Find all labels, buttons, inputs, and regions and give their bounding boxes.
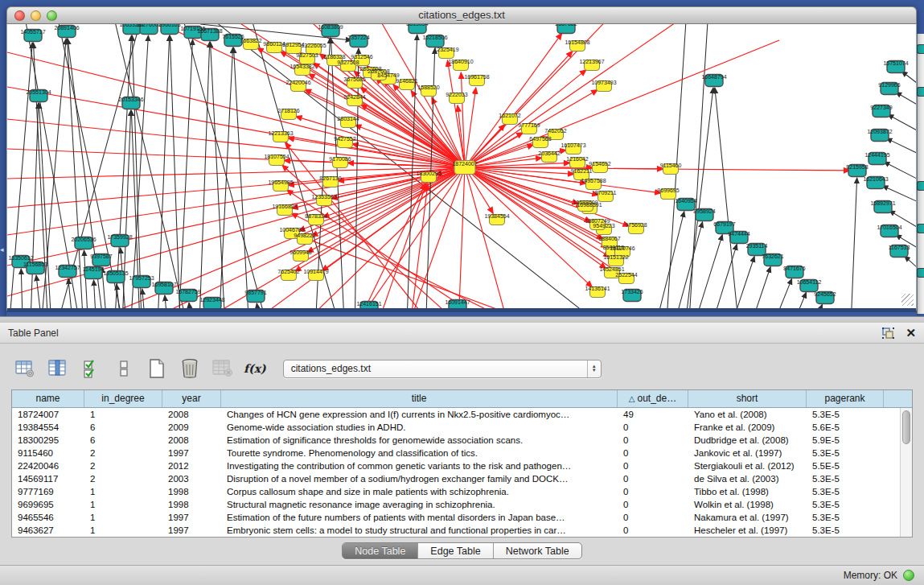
table-cell[interactable]: 6	[84, 434, 162, 447]
table-cell[interactable]: 2	[84, 447, 162, 459]
close-window-button[interactable]	[14, 10, 25, 21]
graph-edge[interactable]	[129, 35, 148, 308]
column-header-short[interactable]: short	[688, 390, 807, 407]
table-cell[interactable]: 5.3E-5	[807, 408, 884, 421]
graph-edge[interactable]	[7, 87, 465, 167]
table-cell[interactable]: 2008	[162, 408, 221, 421]
table-cell[interactable]: 6	[84, 421, 162, 434]
table-row[interactable]: 1456911722003Disruption of a novel membe…	[12, 472, 912, 485]
graph-edge[interactable]	[805, 304, 823, 308]
table-cell[interactable]: Estimation of significance thresholds fo…	[221, 434, 618, 447]
table-cell[interactable]: de Silva et al. (2003)	[688, 472, 807, 485]
table-cell[interactable]: 0	[618, 511, 688, 524]
table-cell[interactable]: 5.3E-5	[807, 447, 884, 459]
graph-edge[interactable]	[896, 93, 916, 106]
column-header-year[interactable]: year	[162, 390, 221, 407]
table-cell[interactable]: Tourette syndrome. Phenomenology and cla…	[221, 447, 618, 459]
table-cell[interactable]: 1	[84, 524, 162, 537]
column-header-pagerank[interactable]: pagerank	[807, 390, 884, 407]
graph-edge[interactable]	[901, 71, 916, 83]
resize-handle[interactable]	[901, 294, 914, 306]
graph-edge[interactable]	[465, 167, 592, 287]
graph-edge[interactable]	[651, 212, 684, 308]
table-row[interactable]: 1938455462009Genome-wide association stu…	[12, 421, 912, 434]
graph-edge[interactable]	[784, 292, 807, 308]
graph-edge[interactable]	[886, 138, 916, 154]
table-cell[interactable]: 2003	[162, 472, 221, 485]
tab-edge-table[interactable]: Edge Table	[417, 543, 492, 558]
table-cell[interactable]: 1	[84, 485, 162, 498]
graph-edge[interactable]	[884, 162, 916, 179]
table-cell[interactable]: 1997	[162, 447, 221, 459]
table-row[interactable]: 1872400712008Changes of HCN gene express…	[12, 408, 912, 421]
graph-edge[interactable]	[117, 284, 123, 308]
table-cell[interactable]: 0	[618, 434, 688, 447]
table-cell[interactable]: 9777169	[12, 485, 84, 498]
table-cell[interactable]: 49	[618, 408, 688, 421]
graph-edge[interactable]	[458, 167, 465, 308]
graph-edge[interactable]	[165, 295, 170, 308]
graph-edge[interactable]	[705, 245, 737, 308]
table-cell[interactable]: Estimation of the future numbers of pati…	[221, 511, 618, 524]
graph-edge[interactable]	[21, 269, 23, 308]
table-cell[interactable]: Genome-wide association studies in ADHD.	[221, 421, 618, 434]
delete-table-button[interactable]	[211, 356, 235, 381]
hide-panel-arrow-icon[interactable]: ◂	[0, 246, 4, 253]
table-cell[interactable]: 0	[618, 524, 688, 537]
table-cell[interactable]: Yano et al. (2008)	[688, 408, 807, 421]
table-cell[interactable]: Embryonic stem cells: a model to study s…	[221, 524, 618, 537]
table-cell[interactable]: 5.3E-5	[807, 472, 884, 485]
function-builder-icon[interactable]: f(x)	[244, 362, 266, 375]
graph-edge[interactable]	[765, 278, 792, 308]
table-cell[interactable]: Dudbridge et al. (2008)	[688, 434, 807, 447]
table-cell[interactable]: Wolkin et al. (1998)	[688, 498, 807, 511]
network-graph[interactable]: 1405571720891406106532871527600269661631…	[7, 24, 916, 308]
table-cell[interactable]: 14569117	[12, 472, 84, 485]
close-panel-icon[interactable]: ✕	[906, 326, 916, 340]
table-cell[interactable]: 1	[84, 498, 162, 511]
table-cell[interactable]: 5.9E-5	[807, 434, 884, 447]
table-cell[interactable]: 1998	[162, 485, 221, 498]
table-row[interactable]: 969969511998Structural magnetic resonanc…	[12, 498, 912, 511]
scrollbar-thumb[interactable]	[902, 410, 910, 444]
table-cell[interactable]: 9463627	[12, 524, 84, 537]
graph-edge[interactable]	[218, 47, 233, 308]
clear-selection-button[interactable]	[112, 356, 136, 381]
select-column-button[interactable]	[46, 356, 70, 381]
graph-edge[interactable]	[170, 35, 181, 308]
table-cell[interactable]: 5.3E-5	[807, 511, 884, 524]
table-cell[interactable]: Corpus callosum shape and size in male p…	[221, 485, 618, 498]
tab-node-table[interactable]: Node Table	[343, 543, 417, 558]
table-scrollbar[interactable]	[900, 408, 912, 537]
table-row[interactable]: 977716911998Corpus callosum shape and si…	[12, 485, 912, 498]
table-cell[interactable]: 0	[618, 421, 688, 434]
table-cell[interactable]: 2009	[162, 421, 221, 434]
graph-edge[interactable]	[7, 52, 465, 167]
graph-edge[interactable]	[905, 256, 916, 267]
table-cell[interactable]: Jankovic et al. (1997)	[688, 447, 807, 459]
table-cell[interactable]: 5.3E-5	[807, 485, 884, 498]
table-cell[interactable]: Hescheler et al. (1997)	[688, 524, 807, 537]
table-cell[interactable]: 1	[84, 511, 162, 524]
table-cell[interactable]: 9115460	[12, 447, 84, 459]
graph-edge[interactable]	[668, 222, 703, 308]
table-row[interactable]: 1830029562008Estimation of significance …	[12, 434, 912, 447]
table-cell[interactable]: 2012	[162, 459, 221, 472]
graph-edge[interactable]	[355, 125, 465, 167]
network-window-titlebar[interactable]: citations_edges.txt	[6, 6, 917, 24]
table-cell[interactable]: 1997	[162, 524, 221, 537]
column-header-indegree[interactable]: in_degree	[84, 390, 162, 407]
table-settings-button[interactable]	[13, 356, 37, 381]
table-cell[interactable]: 0	[618, 459, 688, 472]
table-row[interactable]: 911546021997Tourette syndrome. Phenomeno…	[12, 447, 912, 459]
table-cell[interactable]: Investigating the contribution of common…	[221, 459, 618, 472]
table-cell[interactable]: 9465546	[12, 511, 84, 524]
table-cell[interactable]: Disruption of a novel member of a sodium…	[221, 472, 618, 485]
table-cell[interactable]: 1997	[162, 511, 221, 524]
table-cell[interactable]: 0	[618, 498, 688, 511]
column-header-outde[interactable]: △out_de…	[618, 390, 688, 407]
table-cell[interactable]: 5.3E-5	[807, 498, 884, 511]
table-cell[interactable]: 2	[84, 459, 162, 472]
table-cell[interactable]: 19384554	[12, 421, 84, 434]
table-cell[interactable]: Tibbo et al. (1998)	[688, 485, 807, 498]
